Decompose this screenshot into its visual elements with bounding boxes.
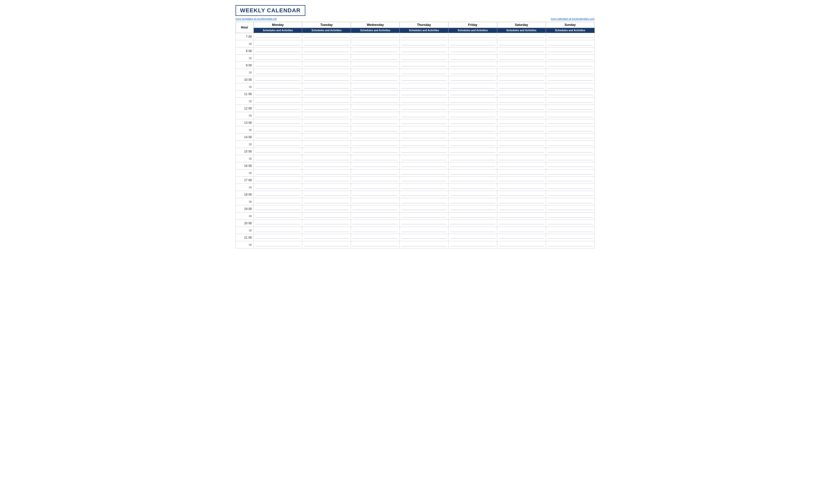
link-left[interactable]: more templates at exceltemplate.net [235, 18, 277, 20]
schedule-cell[interactable] [546, 177, 595, 184]
schedule-cell-half[interactable] [448, 212, 497, 220]
schedule-cell[interactable] [254, 205, 302, 212]
schedule-cell[interactable] [546, 134, 595, 141]
schedule-cell-half[interactable] [254, 227, 302, 234]
schedule-cell-half[interactable] [497, 212, 546, 220]
schedule-cell-half[interactable] [302, 169, 351, 177]
schedule-cell-half[interactable] [351, 40, 400, 47]
schedule-cell-half[interactable] [351, 141, 400, 148]
schedule-cell-half[interactable] [448, 69, 497, 76]
schedule-cell[interactable] [546, 76, 595, 83]
schedule-cell[interactable] [254, 134, 302, 141]
schedule-cell[interactable] [497, 62, 546, 69]
schedule-cell[interactable] [400, 33, 448, 40]
schedule-cell-half[interactable] [351, 184, 400, 191]
schedule-cell[interactable] [497, 91, 546, 98]
schedule-cell-half[interactable] [546, 83, 595, 91]
schedule-cell-half[interactable] [400, 98, 448, 105]
schedule-cell[interactable] [351, 76, 400, 83]
schedule-cell-half[interactable] [546, 40, 595, 47]
schedule-cell[interactable] [254, 162, 302, 169]
schedule-cell-half[interactable] [400, 184, 448, 191]
schedule-cell[interactable] [254, 220, 302, 227]
schedule-cell[interactable] [254, 62, 302, 69]
schedule-cell-half[interactable] [448, 141, 497, 148]
schedule-cell-half[interactable] [254, 126, 302, 134]
schedule-cell-half[interactable] [497, 198, 546, 205]
schedule-cell[interactable] [448, 105, 497, 112]
schedule-cell[interactable] [497, 162, 546, 169]
schedule-cell[interactable] [400, 148, 448, 155]
schedule-cell-half[interactable] [448, 126, 497, 134]
schedule-cell[interactable] [302, 76, 351, 83]
schedule-cell[interactable] [546, 205, 595, 212]
schedule-cell-half[interactable] [546, 241, 595, 248]
schedule-cell-half[interactable] [351, 55, 400, 62]
schedule-cell-half[interactable] [254, 184, 302, 191]
schedule-cell-half[interactable] [497, 126, 546, 134]
schedule-cell[interactable] [497, 33, 546, 40]
schedule-cell[interactable] [448, 205, 497, 212]
schedule-cell[interactable] [254, 191, 302, 198]
schedule-cell[interactable] [448, 62, 497, 69]
schedule-cell[interactable] [448, 148, 497, 155]
schedule-cell-half[interactable] [448, 40, 497, 47]
schedule-cell-half[interactable] [400, 55, 448, 62]
schedule-cell-half[interactable] [254, 212, 302, 220]
schedule-cell[interactable] [497, 177, 546, 184]
schedule-cell-half[interactable] [448, 83, 497, 91]
schedule-cell[interactable] [497, 220, 546, 227]
schedule-cell[interactable] [546, 119, 595, 126]
schedule-cell-half[interactable] [254, 141, 302, 148]
schedule-cell[interactable] [497, 76, 546, 83]
link-right[interactable]: more calendars at excelcalendars.com [551, 18, 595, 20]
schedule-cell[interactable] [254, 91, 302, 98]
schedule-cell[interactable] [497, 191, 546, 198]
schedule-cell[interactable] [400, 162, 448, 169]
schedule-cell[interactable] [448, 91, 497, 98]
schedule-cell[interactable] [497, 47, 546, 55]
schedule-cell[interactable] [351, 234, 400, 241]
schedule-cell-half[interactable] [254, 55, 302, 62]
schedule-cell-half[interactable] [254, 83, 302, 91]
schedule-cell-half[interactable] [546, 112, 595, 119]
schedule-cell[interactable] [546, 234, 595, 241]
schedule-cell[interactable] [400, 47, 448, 55]
schedule-cell-half[interactable] [400, 40, 448, 47]
schedule-cell[interactable] [546, 62, 595, 69]
schedule-cell-half[interactable] [302, 98, 351, 105]
schedule-cell-half[interactable] [546, 184, 595, 191]
schedule-cell-half[interactable] [497, 69, 546, 76]
schedule-cell[interactable] [546, 91, 595, 98]
schedule-cell[interactable] [254, 47, 302, 55]
schedule-cell-half[interactable] [497, 169, 546, 177]
schedule-cell-half[interactable] [448, 155, 497, 162]
schedule-cell[interactable] [254, 177, 302, 184]
schedule-cell[interactable] [448, 177, 497, 184]
schedule-cell-half[interactable] [546, 212, 595, 220]
schedule-cell[interactable] [302, 119, 351, 126]
schedule-cell[interactable] [546, 47, 595, 55]
schedule-cell-half[interactable] [497, 55, 546, 62]
schedule-cell-half[interactable] [497, 40, 546, 47]
schedule-cell-half[interactable] [448, 98, 497, 105]
schedule-cell-half[interactable] [351, 126, 400, 134]
schedule-cell[interactable] [400, 105, 448, 112]
schedule-cell-half[interactable] [400, 227, 448, 234]
schedule-cell-half[interactable] [546, 155, 595, 162]
schedule-cell[interactable] [302, 105, 351, 112]
schedule-cell-half[interactable] [254, 69, 302, 76]
schedule-cell-half[interactable] [254, 198, 302, 205]
schedule-cell-half[interactable] [302, 198, 351, 205]
schedule-cell[interactable] [302, 191, 351, 198]
schedule-cell-half[interactable] [546, 227, 595, 234]
schedule-cell[interactable] [351, 119, 400, 126]
schedule-cell-half[interactable] [351, 198, 400, 205]
schedule-cell-half[interactable] [546, 55, 595, 62]
schedule-cell-half[interactable] [254, 98, 302, 105]
schedule-cell-half[interactable] [546, 126, 595, 134]
schedule-cell[interactable] [400, 134, 448, 141]
schedule-cell-half[interactable] [254, 40, 302, 47]
schedule-cell[interactable] [400, 234, 448, 241]
schedule-cell[interactable] [448, 33, 497, 40]
